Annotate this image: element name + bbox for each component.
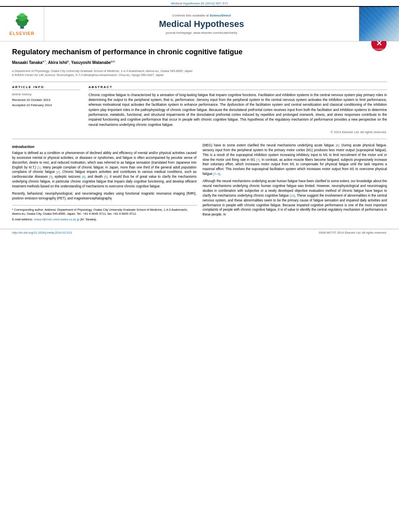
elsevier-tree-icon — [10, 12, 34, 30]
svg-text:CrossMark: CrossMark — [374, 48, 384, 50]
author-1-name: Masaaki Tanaka — [12, 61, 42, 65]
journal-cover — [359, 7, 399, 41]
author-2-name: Akira Ishii — [48, 61, 68, 65]
contents-line: Contents lists available at ScienceDirec… — [172, 14, 231, 17]
article-info-column: ARTICLE INFO Article history: Received 1… — [12, 85, 80, 134]
ref-7-9[interactable]: [7–9] — [213, 172, 220, 176]
divider-2 — [12, 139, 387, 139]
journal-ref-text: Medical Hypotheses 82 (2014) 567–571 — [171, 2, 228, 5]
author-3-sup: a,b — [111, 60, 115, 63]
sciencedirect-link[interactable]: ScienceDirect — [210, 14, 231, 17]
ref-1[interactable]: [1] — [37, 166, 41, 169]
footnote-email: E-mail address: masa-t@msic.med.osaka-cu… — [12, 218, 197, 222]
divider-1 — [12, 82, 387, 82]
journal-title: Medical Hypotheses — [159, 19, 244, 29]
ref-5[interactable]: [5] — [104, 175, 107, 179]
bottom-doi-bar: http://dx.doi.org/10.1016/j.mehy.2014.02… — [0, 229, 399, 236]
history-dates: Received 10 October 2013 Accepted 10 Feb… — [12, 98, 80, 108]
intro-para-1: Fatigue is defined as a condition or phe… — [12, 151, 197, 189]
ref-2[interactable]: [2] — [56, 170, 60, 174]
left-body-column: Introduction Fatigue is defined as a con… — [12, 143, 197, 223]
ref-6[interactable]: [6] — [335, 144, 339, 147]
ref-7[interactable]: [7] — [256, 158, 259, 162]
svg-point-7 — [19, 13, 25, 17]
bottom-copyright: 0306-9877/© 2014 Elsevier Ltd. All right… — [319, 231, 387, 234]
paper-title: Regulatory mechanism of performance in c… — [12, 47, 371, 57]
journal-reference-bar: Medical Hypotheses 82 (2014) 567–571 — [0, 0, 399, 6]
ref-3[interactable]: [3] — [49, 175, 52, 179]
article-body: ARTICLE INFO Article history: Received 1… — [12, 85, 387, 134]
accepted-date: Accepted 10 February 2014 — [12, 103, 80, 108]
right-para-1: (MEG) have to some extent clarified the … — [203, 143, 387, 177]
article-info-label: ARTICLE INFO — [12, 85, 80, 90]
abstract-column: ABSTRACT Chronic cognitive fatigue is ch… — [88, 85, 387, 134]
authors-line: Masaaki Tanakaa,*, Akira Ishiia, Yasuyos… — [12, 60, 371, 65]
journal-header: ELSEVIER Contents lists available at Sci… — [0, 6, 399, 41]
journal-header-center: Contents lists available at ScienceDirec… — [44, 7, 359, 41]
right-para-2: Although the neural mechanisms underlyin… — [203, 179, 387, 217]
footnote-corr-author: * Corresponding author. Address: Departm… — [12, 208, 197, 216]
main-content: Regulatory mechanism of performance in c… — [0, 41, 399, 229]
affiliation-a: a Department of Physiology, Osaka City U… — [12, 69, 387, 74]
email-link[interactable]: masa-t@msic.med.osaka-cu.ac.jp — [34, 218, 79, 221]
journal-cover-image — [359, 7, 399, 41]
paper-columns: Introduction Fatigue is defined as a con… — [12, 143, 387, 223]
abstract-label: ABSTRACT — [88, 85, 387, 90]
journal-homepage: journal homepage: www.elsevier.com/locat… — [166, 31, 237, 35]
footnote-area: * Corresponding author. Address: Departm… — [12, 205, 197, 222]
ref-10[interactable]: [10] — [290, 194, 295, 197]
elsevier-brand-text: ELSEVIER — [9, 31, 34, 36]
history-label: Article history: — [12, 92, 80, 96]
ref-4[interactable]: [4] — [82, 175, 85, 179]
author-3-name: Yasuyoshi Watanabe — [71, 61, 111, 65]
right-body-column: (MEG) have to some extent clarified the … — [203, 143, 387, 223]
affiliations: a Department of Physiology, Osaka City U… — [12, 69, 387, 78]
doi-link-1[interactable]: http://dx.doi.org/10.1016/j.mehy.2014.02… — [12, 231, 72, 234]
introduction-heading: Introduction — [12, 144, 197, 149]
elsevier-logo-section: ELSEVIER — [0, 7, 44, 41]
intro-para-2: Recently, behavioral, neurophysiological… — [12, 191, 197, 201]
abstract-text: Chronic cognitive fatigue is characteriz… — [88, 92, 387, 127]
author-1-sup: a,* — [42, 60, 46, 63]
author-2-sup: a — [67, 60, 69, 63]
received-date: Received 10 October 2013 — [12, 98, 80, 103]
affiliation-b: b RIKEN Center for Life Science Technolo… — [12, 73, 387, 78]
doi-links: http://dx.doi.org/10.1016/j.mehy.2014.02… — [12, 231, 72, 234]
elsevier-logo: ELSEVIER — [9, 12, 34, 36]
abstract-copyright: © 2014 Elsevier Ltd. All rights reserved… — [88, 130, 387, 134]
